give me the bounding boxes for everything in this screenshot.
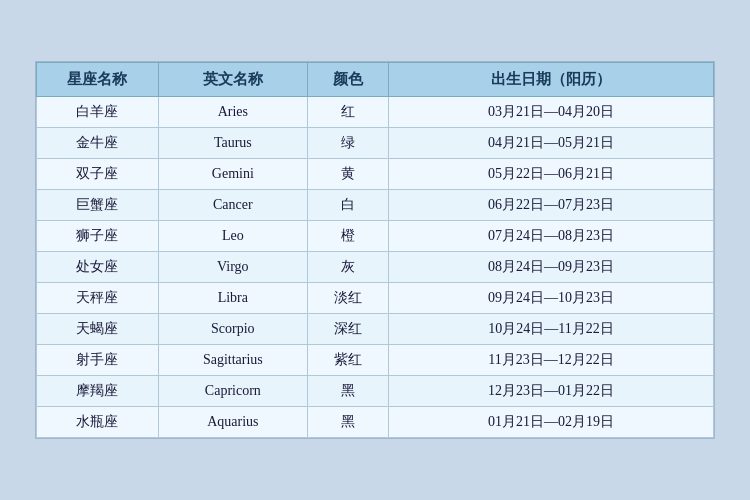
cell-date: 04月21日—05月21日 [389,128,714,159]
cell-zh: 摩羯座 [37,376,159,407]
cell-en: Leo [158,221,307,252]
cell-zh: 巨蟹座 [37,190,159,221]
cell-date: 01月21日—02月19日 [389,407,714,438]
cell-zh: 狮子座 [37,221,159,252]
cell-color: 淡红 [307,283,388,314]
cell-zh: 双子座 [37,159,159,190]
header-en: 英文名称 [158,63,307,97]
cell-date: 10月24日—11月22日 [389,314,714,345]
table-row: 处女座Virgo灰08月24日—09月23日 [37,252,714,283]
table-row: 摩羯座Capricorn黑12月23日—01月22日 [37,376,714,407]
cell-en: Libra [158,283,307,314]
header-date: 出生日期（阳历） [389,63,714,97]
cell-date: 09月24日—10月23日 [389,283,714,314]
cell-en: Capricorn [158,376,307,407]
cell-en: Virgo [158,252,307,283]
cell-en: Cancer [158,190,307,221]
cell-color: 红 [307,97,388,128]
cell-color: 橙 [307,221,388,252]
cell-date: 06月22日—07月23日 [389,190,714,221]
table-row: 水瓶座Aquarius黑01月21日—02月19日 [37,407,714,438]
table-row: 双子座Gemini黄05月22日—06月21日 [37,159,714,190]
cell-color: 黑 [307,407,388,438]
cell-en: Taurus [158,128,307,159]
table-row: 天蝎座Scorpio深红10月24日—11月22日 [37,314,714,345]
cell-en: Aquarius [158,407,307,438]
cell-date: 11月23日—12月22日 [389,345,714,376]
cell-color: 黑 [307,376,388,407]
table-row: 狮子座Leo橙07月24日—08月23日 [37,221,714,252]
cell-zh: 处女座 [37,252,159,283]
cell-color: 白 [307,190,388,221]
zodiac-table: 星座名称 英文名称 颜色 出生日期（阳历） 白羊座Aries红03月21日—04… [36,62,714,438]
table-body: 白羊座Aries红03月21日—04月20日金牛座Taurus绿04月21日—0… [37,97,714,438]
table-row: 巨蟹座Cancer白06月22日—07月23日 [37,190,714,221]
cell-zh: 白羊座 [37,97,159,128]
cell-date: 03月21日—04月20日 [389,97,714,128]
header-zh: 星座名称 [37,63,159,97]
cell-zh: 天秤座 [37,283,159,314]
table-row: 白羊座Aries红03月21日—04月20日 [37,97,714,128]
cell-en: Gemini [158,159,307,190]
cell-date: 12月23日—01月22日 [389,376,714,407]
cell-zh: 射手座 [37,345,159,376]
table-row: 射手座Sagittarius紫红11月23日—12月22日 [37,345,714,376]
cell-en: Scorpio [158,314,307,345]
zodiac-table-container: 星座名称 英文名称 颜色 出生日期（阳历） 白羊座Aries红03月21日—04… [35,61,715,439]
cell-color: 深红 [307,314,388,345]
cell-date: 07月24日—08月23日 [389,221,714,252]
cell-date: 08月24日—09月23日 [389,252,714,283]
cell-color: 绿 [307,128,388,159]
cell-color: 黄 [307,159,388,190]
cell-zh: 金牛座 [37,128,159,159]
cell-color: 紫红 [307,345,388,376]
cell-zh: 水瓶座 [37,407,159,438]
table-row: 天秤座Libra淡红09月24日—10月23日 [37,283,714,314]
cell-en: Sagittarius [158,345,307,376]
cell-date: 05月22日—06月21日 [389,159,714,190]
cell-color: 灰 [307,252,388,283]
cell-en: Aries [158,97,307,128]
table-header-row: 星座名称 英文名称 颜色 出生日期（阳历） [37,63,714,97]
table-row: 金牛座Taurus绿04月21日—05月21日 [37,128,714,159]
header-color: 颜色 [307,63,388,97]
cell-zh: 天蝎座 [37,314,159,345]
